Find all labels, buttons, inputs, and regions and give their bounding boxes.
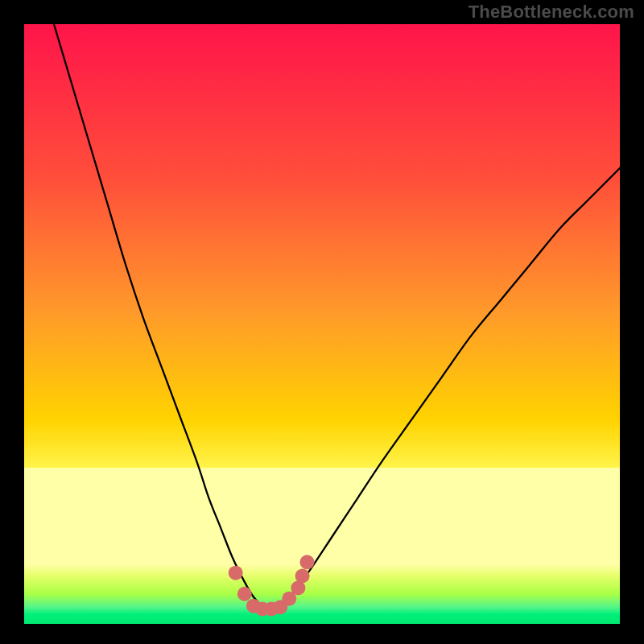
plot-area — [24, 24, 620, 624]
marker-dot — [229, 566, 243, 580]
watermark-text: TheBottleneck.com — [469, 2, 634, 23]
marker-dot — [295, 568, 310, 583]
marker-dot — [237, 587, 252, 601]
marker-dot — [300, 555, 315, 569]
bottleneck-chart — [0, 0, 644, 644]
chart-container: TheBottleneck.com — [0, 0, 644, 644]
